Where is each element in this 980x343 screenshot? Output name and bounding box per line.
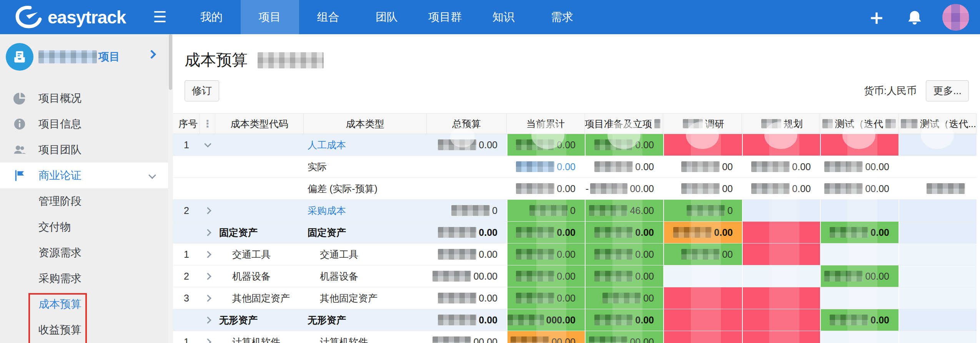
cell-cost-type-code: 固定资产 <box>215 222 304 243</box>
redaction-blob <box>450 127 475 147</box>
cell-row-menu <box>200 287 215 309</box>
user-avatar[interactable] <box>942 4 969 31</box>
chevron-right-icon[interactable] <box>204 251 211 258</box>
chevron-down-icon[interactable] <box>204 140 211 147</box>
chevron-down-icon[interactable] <box>148 171 156 179</box>
sidebar-item-5[interactable]: 管理阶段 <box>0 188 168 214</box>
chevron-right-icon[interactable] <box>204 295 211 302</box>
redaction-patch <box>654 119 661 128</box>
notifications-bell-icon[interactable] <box>907 9 922 25</box>
cost-type-link[interactable]: 采购成本 <box>304 204 346 217</box>
cell-stage-test-2 <box>898 178 977 199</box>
cell-seq: 1 <box>173 244 200 265</box>
cost-type-code-text: 计算机软件 <box>215 336 280 343</box>
cell-stage-test-2 <box>898 309 977 331</box>
cell-seq <box>173 222 200 243</box>
project-header[interactable]: 项目 <box>0 34 168 82</box>
revise-button[interactable]: 修订 <box>185 80 219 101</box>
sidebar-item-label: 交付物 <box>38 220 71 234</box>
cost-type-link[interactable]: 人工成本 <box>304 139 346 151</box>
more-button[interactable]: 更多... <box>926 80 969 101</box>
column-header-cost-type: 成本类型 <box>304 114 427 134</box>
cost-type-text: 交通工具 <box>304 248 358 261</box>
cell-cost-type-code: 无形资产 <box>215 309 304 331</box>
sidebar: 项目 项目概况项目信息项目团队商业论证管理阶段交付物资源需求采购需求成本预算收益… <box>0 34 168 343</box>
nav-tab-1[interactable]: 我的 <box>182 0 241 34</box>
page-title: 成本预算 <box>185 50 248 71</box>
cell-total-budget: 0.00 <box>427 244 507 265</box>
pie-icon <box>13 92 26 105</box>
cell-stage-test-2 <box>898 244 977 265</box>
cost-type-code-text: 固定资产 <box>215 226 258 239</box>
nav-tab-2[interactable]: 项目 <box>241 0 299 34</box>
column-header-label: 成本类型 <box>346 118 384 130</box>
nav-tab-3[interactable]: 组合 <box>299 0 358 34</box>
cell-total-budget: 0.00 <box>427 222 507 243</box>
cell-cost-type: 采购成本 <box>304 200 427 221</box>
cell-cost-type: 偏差 (实际-预算) <box>304 178 427 199</box>
sidebar-item-6[interactable]: 交付物 <box>0 214 168 240</box>
sidebar-item-8[interactable]: 采购需求 <box>0 265 168 291</box>
cell-cost-type-code <box>215 200 304 221</box>
sidebar-item-label: 项目信息 <box>38 117 82 131</box>
redaction-streak <box>691 134 721 343</box>
nav-tab-7[interactable]: 需求 <box>533 0 591 34</box>
cost-type-text: 机器设备 <box>304 270 358 283</box>
nav-tab-6[interactable]: 知识 <box>474 0 533 34</box>
redacted-amount <box>438 227 476 238</box>
chevron-right-icon[interactable] <box>204 273 211 280</box>
cell-cost-type: 其他固定资产 <box>304 287 427 309</box>
cell-total-budget: 00.00 <box>427 265 507 287</box>
nav-tab-5[interactable]: 项目群 <box>416 0 474 34</box>
sidebar-item-7[interactable]: 资源需求 <box>0 240 168 265</box>
amount-tail: 00.00 <box>473 271 497 282</box>
cell-row-menu <box>200 244 215 265</box>
amount-tail: 0.00 <box>479 293 497 304</box>
amount-tail: 0 <box>492 205 497 216</box>
cell-cost-type: 固定资产 <box>304 222 427 243</box>
sidebar-scrollbar[interactable] <box>168 34 173 343</box>
cell-cost-type: 实际 <box>304 156 427 177</box>
cell-seq: 2 <box>173 265 200 287</box>
cell-total-budget: 0.00 <box>427 309 507 331</box>
cell-total-budget <box>427 156 507 177</box>
cell-cost-type-code: 交通工具 <box>215 244 304 265</box>
sidebar-item-3[interactable]: 项目团队 <box>0 137 168 162</box>
chevron-right-icon[interactable] <box>204 207 211 214</box>
column-settings-icon[interactable]: ⋮ <box>203 118 213 130</box>
amount-tail: 0 <box>570 205 576 216</box>
sidebar-item-label: 项目概况 <box>38 91 82 106</box>
cell-row-menu <box>200 309 215 331</box>
chevron-right-icon[interactable] <box>204 338 211 343</box>
project-switch-chevron-icon[interactable] <box>147 50 156 59</box>
cost-type-text: 固定资产 <box>304 226 346 239</box>
info-icon <box>13 118 26 131</box>
chevron-right-icon[interactable] <box>204 229 211 236</box>
redacted-amount <box>927 183 965 194</box>
cost-type-code-text: 无形资产 <box>215 314 258 326</box>
redaction-blob <box>921 121 954 149</box>
redaction-streak <box>536 134 566 343</box>
cell-row-menu <box>200 331 215 343</box>
flag-icon <box>13 169 26 182</box>
app-logo[interactable]: easytrack <box>15 5 130 30</box>
cell-cost-type-code <box>215 134 304 156</box>
cost-type-text: 其他固定资产 <box>304 292 378 305</box>
column-header-seq: 序号 <box>173 114 200 134</box>
redacted-amount <box>438 293 476 303</box>
logo-bird-icon <box>15 5 44 30</box>
redaction-streak <box>769 134 799 343</box>
cell-cost-type-code <box>215 156 304 177</box>
cell-seq <box>173 178 200 199</box>
chevron-right-icon[interactable] <box>204 316 211 323</box>
nav-tab-4[interactable]: 团队 <box>358 0 416 34</box>
cell-cost-type: 无形资产 <box>304 309 427 331</box>
sidebar-item-4[interactable]: 商业论证 <box>0 162 168 188</box>
sidebar-item-2[interactable]: 项目信息 <box>0 111 168 137</box>
create-new-icon[interactable]: ＋ <box>866 0 887 34</box>
sidebar-item-label: 管理阶段 <box>38 194 82 209</box>
cell-stage-test-2 <box>898 200 977 221</box>
cost-type-text: 无形资产 <box>304 314 346 326</box>
menu-toggle-icon[interactable]: ☰ <box>153 0 167 34</box>
sidebar-item-1[interactable]: 项目概况 <box>0 85 168 111</box>
